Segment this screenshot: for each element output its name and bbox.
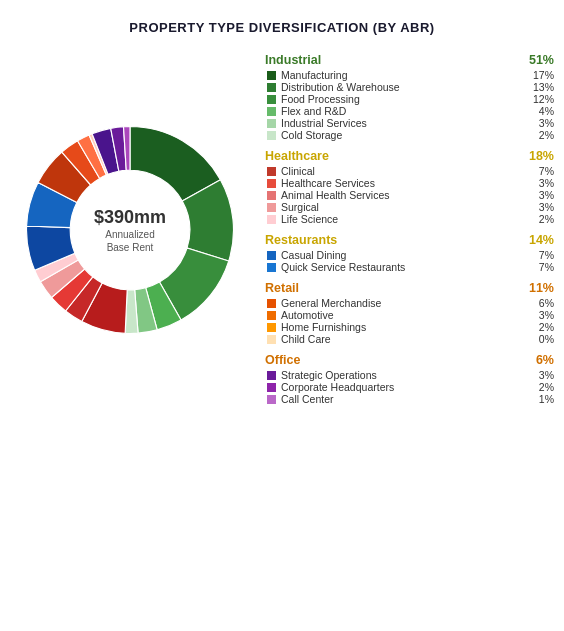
legend-row: Clinical7% <box>265 165 554 177</box>
category-name-restaurants: Restaurants <box>265 233 337 247</box>
legend-item-label: Surgical <box>281 201 319 213</box>
category-header-retail: Retail11% <box>265 281 554 295</box>
category-name-retail: Retail <box>265 281 299 295</box>
category-restaurants: Restaurants14%Casual Dining7%Quick Servi… <box>265 233 554 273</box>
legend-item-label: Automotive <box>281 309 334 321</box>
legend-swatch <box>267 335 276 344</box>
legend-swatch <box>267 251 276 260</box>
legend-swatch <box>267 95 276 104</box>
legend-item-label: Industrial Services <box>281 117 367 129</box>
legend-row: Industrial Services3% <box>265 117 554 129</box>
legend-item-pct: 3% <box>539 369 554 381</box>
category-pct-industrial: 51% <box>529 53 554 67</box>
legend-item-pct: 4% <box>539 105 554 117</box>
legend-item-label: Casual Dining <box>281 249 346 261</box>
legend-item-pct: 3% <box>539 309 554 321</box>
legend-item-pct: 6% <box>539 297 554 309</box>
legend-item-pct: 12% <box>533 93 554 105</box>
legend-item-pct: 2% <box>539 129 554 141</box>
legend-swatch <box>267 323 276 332</box>
category-pct-healthcare: 18% <box>529 149 554 163</box>
legend-item-pct: 0% <box>539 333 554 345</box>
legend-row: Life Science2% <box>265 213 554 225</box>
legend-swatch <box>267 71 276 80</box>
legend-row: Quick Service Restaurants7% <box>265 261 554 273</box>
category-healthcare: Healthcare18%Clinical7%Healthcare Servic… <box>265 149 554 225</box>
page-title: PROPERTY TYPE DIVERSIFICATION (BY ABR) <box>129 20 434 35</box>
legend-item-label: Strategic Operations <box>281 369 377 381</box>
legend-swatch <box>267 215 276 224</box>
legend-row: Home Furnishings2% <box>265 321 554 333</box>
legend-swatch <box>267 131 276 140</box>
legend-item-pct: 2% <box>539 321 554 333</box>
legend-item-label: Food Processing <box>281 93 360 105</box>
legend-item-pct: 7% <box>539 261 554 273</box>
legend-swatch <box>267 395 276 404</box>
legend-row: Strategic Operations3% <box>265 369 554 381</box>
legend-item-label: Cold Storage <box>281 129 342 141</box>
category-office: Office6%Strategic Operations3%Corporate … <box>265 353 554 405</box>
donut-chart: $390mm AnnualizedBase Rent <box>10 115 250 345</box>
legend-swatch <box>267 263 276 272</box>
legend-swatch <box>267 299 276 308</box>
legend-item-pct: 3% <box>539 189 554 201</box>
category-name-office: Office <box>265 353 300 367</box>
legend-item-label: General Merchandise <box>281 297 381 309</box>
legend-row: Corporate Headquarters2% <box>265 381 554 393</box>
legend-item-pct: 2% <box>539 213 554 225</box>
legend-row: Child Care0% <box>265 333 554 345</box>
legend-swatch <box>267 179 276 188</box>
legend-item-label: Call Center <box>281 393 334 405</box>
legend-swatch <box>267 203 276 212</box>
category-header-healthcare: Healthcare18% <box>265 149 554 163</box>
legend-row: Animal Health Services3% <box>265 189 554 201</box>
legend-item-pct: 7% <box>539 165 554 177</box>
legend-item-label: Corporate Headquarters <box>281 381 394 393</box>
donut-svg <box>15 115 245 345</box>
legend-item-label: Distribution & Warehouse <box>281 81 400 93</box>
category-retail: Retail11%General Merchandise6%Automotive… <box>265 281 554 345</box>
category-header-industrial: Industrial51% <box>265 53 554 67</box>
legend-row: Distribution & Warehouse13% <box>265 81 554 93</box>
legend-swatch <box>267 107 276 116</box>
legend-row: Flex and R&D4% <box>265 105 554 117</box>
legend-swatch <box>267 167 276 176</box>
legend-item-label: Manufacturing <box>281 69 348 81</box>
legend-swatch <box>267 119 276 128</box>
legend-item-label: Healthcare Services <box>281 177 375 189</box>
legend-row: Surgical3% <box>265 201 554 213</box>
legend-item-label: Child Care <box>281 333 331 345</box>
legend-item-pct: 1% <box>539 393 554 405</box>
legend-item-pct: 2% <box>539 381 554 393</box>
legend-row: General Merchandise6% <box>265 297 554 309</box>
category-header-office: Office6% <box>265 353 554 367</box>
legend-item-label: Home Furnishings <box>281 321 366 333</box>
legend-item-pct: 13% <box>533 81 554 93</box>
legend-item-pct: 7% <box>539 249 554 261</box>
legend-item-pct: 3% <box>539 117 554 129</box>
category-name-healthcare: Healthcare <box>265 149 329 163</box>
legend-item-label: Life Science <box>281 213 338 225</box>
legend-item-label: Flex and R&D <box>281 105 346 117</box>
legend-item-label: Animal Health Services <box>281 189 390 201</box>
category-pct-restaurants: 14% <box>529 233 554 247</box>
legend-swatch <box>267 383 276 392</box>
legend-swatch <box>267 371 276 380</box>
legend-row: Healthcare Services3% <box>265 177 554 189</box>
legend-row: Call Center1% <box>265 393 554 405</box>
legend-row: Casual Dining7% <box>265 249 554 261</box>
legend-row: Manufacturing17% <box>265 69 554 81</box>
category-header-restaurants: Restaurants14% <box>265 233 554 247</box>
legend-item-pct: 3% <box>539 201 554 213</box>
category-industrial: Industrial51%Manufacturing17%Distributio… <box>265 53 554 141</box>
legend-swatch <box>267 191 276 200</box>
legend-item-label: Quick Service Restaurants <box>281 261 405 273</box>
legend-area: Industrial51%Manufacturing17%Distributio… <box>260 53 554 407</box>
category-pct-office: 6% <box>536 353 554 367</box>
legend-swatch <box>267 311 276 320</box>
legend-item-label: Clinical <box>281 165 315 177</box>
legend-row: Cold Storage2% <box>265 129 554 141</box>
legend-row: Automotive3% <box>265 309 554 321</box>
legend-item-pct: 17% <box>533 69 554 81</box>
legend-item-pct: 3% <box>539 177 554 189</box>
